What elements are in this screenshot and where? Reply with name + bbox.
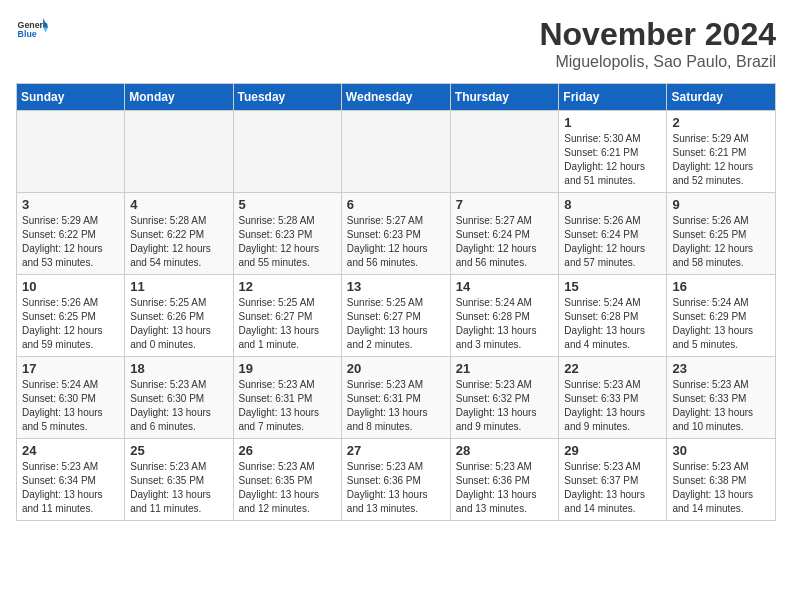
calendar-cell: 7Sunrise: 5:27 AM Sunset: 6:24 PM Daylig… [450,193,559,275]
calendar-cell: 6Sunrise: 5:27 AM Sunset: 6:23 PM Daylig… [341,193,450,275]
day-number: 25 [130,443,227,458]
week-row-3: 10Sunrise: 5:26 AM Sunset: 6:25 PM Dayli… [17,275,776,357]
calendar-cell: 9Sunrise: 5:26 AM Sunset: 6:25 PM Daylig… [667,193,776,275]
calendar-cell [450,111,559,193]
calendar-cell: 13Sunrise: 5:25 AM Sunset: 6:27 PM Dayli… [341,275,450,357]
day-number: 24 [22,443,119,458]
calendar-cell: 2Sunrise: 5:29 AM Sunset: 6:21 PM Daylig… [667,111,776,193]
weekday-header-saturday: Saturday [667,84,776,111]
day-number: 17 [22,361,119,376]
calendar-cell: 16Sunrise: 5:24 AM Sunset: 6:29 PM Dayli… [667,275,776,357]
day-number: 19 [239,361,336,376]
calendar-cell [341,111,450,193]
day-number: 13 [347,279,445,294]
day-info: Sunrise: 5:26 AM Sunset: 6:25 PM Dayligh… [22,296,119,352]
calendar-cell: 8Sunrise: 5:26 AM Sunset: 6:24 PM Daylig… [559,193,667,275]
week-row-5: 24Sunrise: 5:23 AM Sunset: 6:34 PM Dayli… [17,439,776,521]
day-info: Sunrise: 5:24 AM Sunset: 6:29 PM Dayligh… [672,296,770,352]
day-info: Sunrise: 5:23 AM Sunset: 6:37 PM Dayligh… [564,460,661,516]
day-number: 27 [347,443,445,458]
calendar-cell: 15Sunrise: 5:24 AM Sunset: 6:28 PM Dayli… [559,275,667,357]
day-number: 8 [564,197,661,212]
day-number: 20 [347,361,445,376]
calendar-cell [233,111,341,193]
svg-text:Blue: Blue [18,29,37,39]
day-number: 28 [456,443,554,458]
day-number: 5 [239,197,336,212]
calendar: SundayMondayTuesdayWednesdayThursdayFrid… [16,83,776,521]
day-number: 10 [22,279,119,294]
day-number: 6 [347,197,445,212]
day-info: Sunrise: 5:30 AM Sunset: 6:21 PM Dayligh… [564,132,661,188]
day-number: 29 [564,443,661,458]
week-row-2: 3Sunrise: 5:29 AM Sunset: 6:22 PM Daylig… [17,193,776,275]
day-info: Sunrise: 5:26 AM Sunset: 6:25 PM Dayligh… [672,214,770,270]
day-number: 21 [456,361,554,376]
day-info: Sunrise: 5:24 AM Sunset: 6:28 PM Dayligh… [456,296,554,352]
day-info: Sunrise: 5:26 AM Sunset: 6:24 PM Dayligh… [564,214,661,270]
calendar-cell: 29Sunrise: 5:23 AM Sunset: 6:37 PM Dayli… [559,439,667,521]
calendar-cell: 1Sunrise: 5:30 AM Sunset: 6:21 PM Daylig… [559,111,667,193]
location-title: Miguelopolis, Sao Paulo, Brazil [539,53,776,71]
month-title: November 2024 [539,16,776,53]
weekday-header-wednesday: Wednesday [341,84,450,111]
week-row-4: 17Sunrise: 5:24 AM Sunset: 6:30 PM Dayli… [17,357,776,439]
day-number: 4 [130,197,227,212]
calendar-cell: 14Sunrise: 5:24 AM Sunset: 6:28 PM Dayli… [450,275,559,357]
calendar-cell: 3Sunrise: 5:29 AM Sunset: 6:22 PM Daylig… [17,193,125,275]
calendar-cell: 11Sunrise: 5:25 AM Sunset: 6:26 PM Dayli… [125,275,233,357]
calendar-cell: 4Sunrise: 5:28 AM Sunset: 6:22 PM Daylig… [125,193,233,275]
calendar-cell: 27Sunrise: 5:23 AM Sunset: 6:36 PM Dayli… [341,439,450,521]
logo: General Blue [16,16,48,44]
day-number: 11 [130,279,227,294]
day-info: Sunrise: 5:23 AM Sunset: 6:36 PM Dayligh… [456,460,554,516]
day-info: Sunrise: 5:24 AM Sunset: 6:30 PM Dayligh… [22,378,119,434]
calendar-cell: 5Sunrise: 5:28 AM Sunset: 6:23 PM Daylig… [233,193,341,275]
calendar-cell: 28Sunrise: 5:23 AM Sunset: 6:36 PM Dayli… [450,439,559,521]
weekday-header-sunday: Sunday [17,84,125,111]
day-info: Sunrise: 5:23 AM Sunset: 6:33 PM Dayligh… [672,378,770,434]
day-number: 16 [672,279,770,294]
day-number: 3 [22,197,119,212]
header: General Blue November 2024 Miguelopolis,… [16,16,776,71]
day-info: Sunrise: 5:28 AM Sunset: 6:23 PM Dayligh… [239,214,336,270]
day-number: 9 [672,197,770,212]
day-number: 7 [456,197,554,212]
calendar-cell: 20Sunrise: 5:23 AM Sunset: 6:31 PM Dayli… [341,357,450,439]
logo-icon: General Blue [16,16,48,44]
day-info: Sunrise: 5:29 AM Sunset: 6:21 PM Dayligh… [672,132,770,188]
day-info: Sunrise: 5:23 AM Sunset: 6:34 PM Dayligh… [22,460,119,516]
calendar-cell: 12Sunrise: 5:25 AM Sunset: 6:27 PM Dayli… [233,275,341,357]
day-info: Sunrise: 5:25 AM Sunset: 6:27 PM Dayligh… [347,296,445,352]
day-info: Sunrise: 5:23 AM Sunset: 6:31 PM Dayligh… [347,378,445,434]
day-number: 14 [456,279,554,294]
day-number: 18 [130,361,227,376]
day-info: Sunrise: 5:28 AM Sunset: 6:22 PM Dayligh… [130,214,227,270]
calendar-cell: 19Sunrise: 5:23 AM Sunset: 6:31 PM Dayli… [233,357,341,439]
weekday-header-monday: Monday [125,84,233,111]
day-number: 15 [564,279,661,294]
day-info: Sunrise: 5:27 AM Sunset: 6:24 PM Dayligh… [456,214,554,270]
calendar-cell [125,111,233,193]
day-info: Sunrise: 5:23 AM Sunset: 6:38 PM Dayligh… [672,460,770,516]
day-info: Sunrise: 5:23 AM Sunset: 6:35 PM Dayligh… [239,460,336,516]
day-info: Sunrise: 5:25 AM Sunset: 6:27 PM Dayligh… [239,296,336,352]
calendar-cell: 22Sunrise: 5:23 AM Sunset: 6:33 PM Dayli… [559,357,667,439]
calendar-cell: 10Sunrise: 5:26 AM Sunset: 6:25 PM Dayli… [17,275,125,357]
title-area: November 2024 Miguelopolis, Sao Paulo, B… [539,16,776,71]
day-number: 2 [672,115,770,130]
day-number: 12 [239,279,336,294]
day-info: Sunrise: 5:25 AM Sunset: 6:26 PM Dayligh… [130,296,227,352]
day-number: 26 [239,443,336,458]
day-number: 1 [564,115,661,130]
weekday-header-row: SundayMondayTuesdayWednesdayThursdayFrid… [17,84,776,111]
day-number: 30 [672,443,770,458]
day-info: Sunrise: 5:23 AM Sunset: 6:35 PM Dayligh… [130,460,227,516]
calendar-cell: 24Sunrise: 5:23 AM Sunset: 6:34 PM Dayli… [17,439,125,521]
day-info: Sunrise: 5:23 AM Sunset: 6:36 PM Dayligh… [347,460,445,516]
calendar-cell: 26Sunrise: 5:23 AM Sunset: 6:35 PM Dayli… [233,439,341,521]
calendar-cell: 21Sunrise: 5:23 AM Sunset: 6:32 PM Dayli… [450,357,559,439]
calendar-cell [17,111,125,193]
weekday-header-thursday: Thursday [450,84,559,111]
calendar-cell: 17Sunrise: 5:24 AM Sunset: 6:30 PM Dayli… [17,357,125,439]
